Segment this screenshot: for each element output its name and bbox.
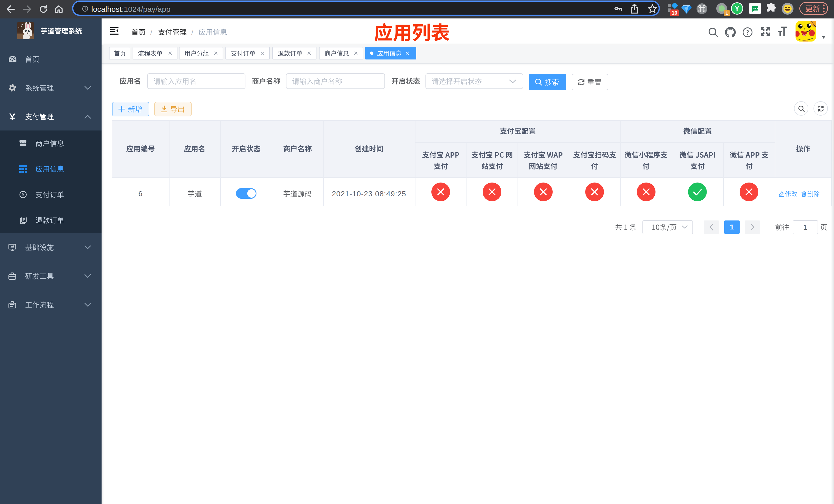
- svg-text:Y: Y: [735, 5, 739, 12]
- svg-text:10: 10: [672, 10, 677, 16]
- svg-text:1: 1: [725, 10, 728, 16]
